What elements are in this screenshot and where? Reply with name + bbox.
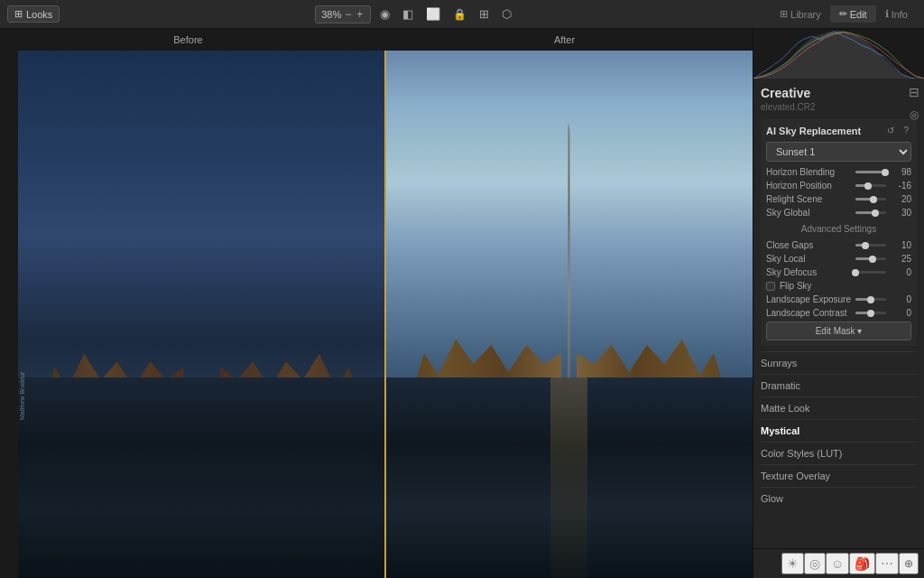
relight-scene-label: Relight Scene: [766, 194, 852, 204]
histogram-chart: [753, 29, 924, 79]
landscape-contrast-track[interactable]: [855, 312, 886, 314]
bag-icon-btn[interactable]: 🎒: [849, 553, 875, 574]
panel-tab-group: ⊞ Library ✏ Edit ℹ Info: [771, 5, 917, 23]
close-gaps-row: Close Gaps 10: [766, 240, 911, 250]
sky-local-row: Sky Local 25: [766, 254, 911, 264]
sky-refresh-btn[interactable]: ↺: [884, 125, 897, 136]
sky-defocus-value: 0: [890, 267, 911, 277]
side-panel-icons: ⊟ ◎: [907, 81, 921, 125]
creative-item-glow[interactable]: Glow: [761, 487, 917, 509]
landscape-contrast-thumb[interactable]: [867, 310, 874, 317]
creative-item-color-styles[interactable]: Color Styles (LUT): [761, 442, 917, 464]
sky-panel-header: AI Sky Replacement ↺ ?: [766, 125, 911, 136]
creative-item-mystical[interactable]: Mystical: [761, 419, 917, 442]
creative-item-dramatic[interactable]: Dramatic: [761, 374, 917, 396]
histogram: [753, 29, 924, 79]
adjustment-icon-btn[interactable]: ◎: [907, 105, 921, 125]
sky-local-value: 25: [890, 254, 911, 264]
before-after-labels: Before After: [0, 34, 753, 45]
sky-question-btn[interactable]: ?: [901, 125, 911, 136]
section-subtitle: elevated.CR2: [761, 102, 917, 112]
sky-global-value: 30: [890, 208, 911, 218]
sky-local-thumb[interactable]: [869, 256, 876, 263]
tab-info[interactable]: ℹ Info: [876, 5, 917, 23]
sky-global-track[interactable]: [855, 211, 886, 214]
dots-icon-btn[interactable]: ⋯: [875, 553, 899, 574]
globe-icon-btn[interactable]: ⊕: [899, 553, 919, 574]
frame-button[interactable]: ⬜: [422, 4, 444, 24]
sun-icon-btn[interactable]: ☀: [781, 553, 804, 574]
horizon-position-value: -16: [890, 181, 911, 191]
lock-button[interactable]: 🔒: [449, 5, 470, 24]
sky-panel-title: AI Sky Replacement: [766, 126, 861, 136]
advanced-settings-btn[interactable]: Advanced Settings: [766, 221, 911, 237]
split-divider[interactable]: [384, 51, 386, 578]
image-container: Matthew Brodeur: [18, 51, 753, 578]
landscape-exposure-thumb[interactable]: [867, 296, 874, 303]
right-panel: ⊟ ◎ Creative elevated.CR2 AI Sky Replace…: [753, 29, 924, 578]
relight-scene-value: 20: [890, 194, 911, 204]
library-icon: ⊞: [780, 8, 788, 20]
flip-sky-checkbox[interactable]: [766, 282, 775, 291]
edit-mask-label: Edit Mask ▾: [816, 326, 863, 336]
grid-button[interactable]: ⊞: [476, 4, 493, 24]
horizon-blending-thumb[interactable]: [882, 169, 889, 176]
tab-library[interactable]: ⊞ Library: [771, 5, 830, 23]
sky-global-thumb[interactable]: [872, 210, 879, 217]
eye-button[interactable]: ◉: [376, 4, 393, 24]
relight-scene-row: Relight Scene 20: [766, 194, 911, 204]
creative-items-list: Sunrays Dramatic Matte Look Mystical Col…: [761, 351, 917, 509]
layers-icon-btn[interactable]: ⊟: [907, 81, 921, 103]
looks-icon: ⊞: [14, 8, 23, 20]
horizon-blending-fill: [855, 171, 885, 173]
edit-icon: ✏: [839, 8, 847, 20]
creative-item-matte-look[interactable]: Matte Look: [761, 396, 917, 419]
sky-local-track[interactable]: [855, 257, 886, 260]
sky-preset-select[interactable]: Sunset 1: [766, 142, 911, 162]
landscape-exposure-label: Landscape Exposure: [766, 294, 852, 304]
main-area: Before After Matthew Brodeur: [0, 29, 924, 578]
edit-mask-btn[interactable]: Edit Mask ▾: [766, 322, 911, 340]
close-gaps-label: Close Gaps: [766, 240, 852, 250]
canvas-area[interactable]: Before After Matthew Brodeur: [0, 29, 753, 578]
main-toolbar: ⊞ Looks 38% − + ◉ ◧ ⬜ 🔒 ⊞ ⬡ ⊞ Library ✏ …: [0, 0, 924, 29]
burj-khalifa: [567, 125, 572, 378]
zoom-plus-button[interactable]: +: [355, 8, 365, 21]
looks-button[interactable]: ⊞ Looks: [7, 5, 60, 23]
advanced-sliders: Close Gaps 10 Sky Local: [766, 240, 911, 277]
sky-local-label: Sky Local: [766, 254, 852, 264]
landscape-exposure-track[interactable]: [855, 298, 886, 301]
sky-global-label: Sky Global: [766, 208, 852, 218]
relight-scene-track[interactable]: [855, 198, 886, 200]
creative-item-sunrays[interactable]: Sunrays: [761, 351, 917, 374]
circle-icon-btn[interactable]: ◎: [804, 553, 826, 574]
crop-button[interactable]: ⬡: [498, 4, 515, 24]
horizon-position-track[interactable]: [855, 184, 886, 187]
path-reflection: [550, 378, 587, 578]
zoom-control: 38% − +: [315, 5, 371, 23]
compare-button[interactable]: ◧: [399, 4, 417, 24]
after-image: [385, 51, 753, 578]
sky-panel-icons: ↺ ?: [884, 125, 911, 136]
close-gaps-value: 10: [890, 240, 911, 250]
close-gaps-track[interactable]: [855, 244, 886, 247]
horizon-blending-label: Horizon Blending: [766, 167, 852, 177]
landscape-exposure-value: 0: [890, 294, 911, 304]
panel-content: Creative elevated.CR2 AI Sky Replacement…: [753, 79, 924, 548]
horizon-blending-track[interactable]: [855, 171, 886, 173]
horizon-position-thumb[interactable]: [864, 182, 872, 190]
sky-defocus-thumb[interactable]: [852, 269, 859, 276]
bottom-panel-row: ☀ ◎ ☺ 🎒 ⋯ ⊕: [753, 548, 924, 578]
sky-defocus-label: Sky Defocus: [766, 267, 852, 277]
tab-info-label: Info: [892, 9, 908, 20]
landscape-exposure-row: Landscape Exposure 0: [766, 294, 911, 304]
close-gaps-thumb[interactable]: [862, 242, 869, 249]
zoom-minus-button[interactable]: −: [343, 8, 353, 21]
creative-item-texture-overlay[interactable]: Texture Overlay: [761, 464, 917, 487]
relight-scene-thumb[interactable]: [870, 196, 877, 203]
tab-edit[interactable]: ✏ Edit: [830, 5, 876, 23]
portrait-icon-btn[interactable]: ☺: [826, 553, 849, 574]
sky-defocus-track[interactable]: [855, 271, 886, 274]
watermark: Matthew Brodeur: [19, 372, 25, 420]
ground-before: [18, 378, 385, 578]
